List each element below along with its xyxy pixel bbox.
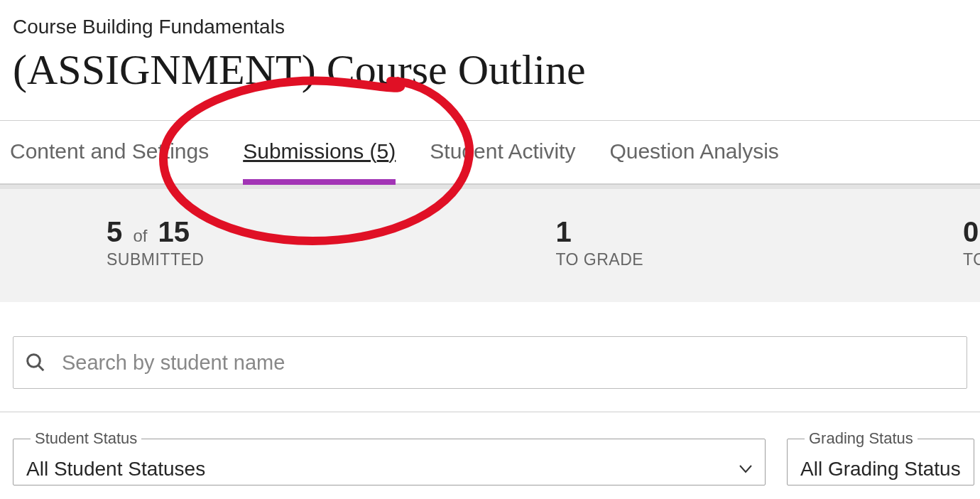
stat-submitted-count: 5	[107, 216, 122, 247]
tab-submissions-count: 5	[377, 139, 389, 163]
search-icon	[25, 352, 46, 373]
stat-to-grade: 1 TO GRADE	[204, 218, 643, 269]
student-status-legend: Student Status	[31, 429, 141, 448]
stat-submitted-label: SUBMITTED	[107, 250, 204, 269]
stat-submitted-total: 15	[158, 216, 190, 247]
tab-question-analysis[interactable]: Question Analysis	[609, 139, 778, 185]
grading-status-value: All Grading Status	[800, 458, 961, 481]
course-name-breadcrumb[interactable]: Course Building Fundamentals	[13, 16, 980, 38]
student-status-filter[interactable]: Student Status All Student Statuses	[13, 429, 766, 485]
student-status-value: All Student Statuses	[26, 458, 205, 481]
tabs-container: Content and Settings Submissions (5) Stu…	[0, 120, 980, 185]
stat-submitted-of: of	[133, 226, 147, 245]
stat-to-grade-label: TO GRADE	[555, 250, 643, 269]
tab-student-activity[interactable]: Student Activity	[430, 139, 575, 185]
stat-to-grade-count: 1	[555, 216, 571, 247]
svg-line-1	[38, 365, 44, 371]
svg-point-0	[28, 355, 40, 367]
tab-submissions[interactable]: Submissions (5)	[243, 139, 396, 185]
grading-status-legend: Grading Status	[805, 429, 918, 448]
search-input[interactable]	[62, 351, 955, 375]
chevron-down-icon	[739, 465, 752, 473]
tab-submissions-suffix: )	[388, 139, 396, 163]
stat-to-post: 0 TO P	[643, 218, 980, 269]
stats-bar: 5 of 15 SUBMITTED 1 TO GRADE 0 TO P	[0, 185, 980, 302]
search-box[interactable]	[13, 336, 967, 389]
stat-to-post-count: 0	[963, 216, 979, 247]
page-title: (ASSIGNMENT) Course Outline	[13, 45, 980, 95]
stat-to-post-label: TO P	[963, 250, 980, 269]
tab-submissions-prefix: Submissions (	[243, 139, 376, 163]
grading-status-filter[interactable]: Grading Status All Grading Status	[787, 429, 974, 485]
tab-content-and-settings[interactable]: Content and Settings	[10, 139, 209, 185]
stat-submitted: 5 of 15 SUBMITTED	[0, 218, 204, 269]
